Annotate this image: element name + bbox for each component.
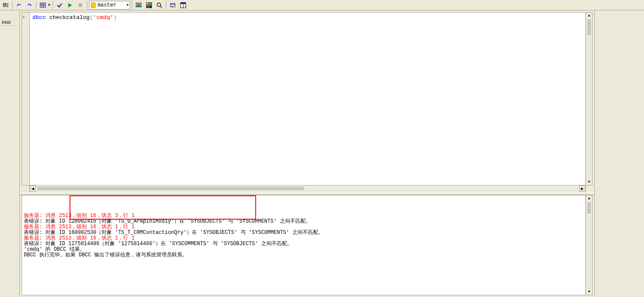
scroll-up-icon[interactable]: ▲: [586, 195, 592, 201]
paren: ): [113, 14, 117, 21]
estimated-plan-button[interactable]: [134, 1, 143, 10]
scroll-down-icon[interactable]: ▼: [586, 289, 592, 295]
svg-rect-10: [136, 6, 138, 7]
svg-line-18: [160, 6, 162, 8]
svg-rect-19: [171, 3, 175, 7]
dropdown-arrow-icon: ▼: [127, 3, 129, 7]
toolbar-separator: [53, 1, 53, 10]
svg-rect-7: [79, 3, 82, 7]
svg-rect-13: [146, 3, 149, 5]
editor-gutter: ▸: [22, 12, 29, 185]
stop-button[interactable]: [76, 1, 85, 10]
scroll-left-icon[interactable]: ◀: [30, 185, 36, 192]
dropdown-arrow-icon[interactable]: ▼: [48, 3, 51, 7]
options-button[interactable]: [168, 1, 178, 10]
window-button[interactable]: [178, 1, 188, 10]
svg-rect-22: [181, 3, 186, 4]
svg-rect-15: [146, 6, 149, 8]
toolbar-separator: [132, 1, 132, 10]
item-label: inist:: [2, 19, 12, 25]
main-toolbar: ▼ master ▼: [0, 0, 644, 10]
toolbar-separator: [166, 1, 166, 10]
toolbar-separator: [87, 1, 87, 10]
scroll-up-icon[interactable]: ▲: [586, 13, 592, 19]
database-icon: [90, 2, 96, 8]
find-button[interactable]: [1, 1, 10, 10]
string-literal: 'cmdq': [93, 14, 113, 21]
editor-horizontal-scrollbar[interactable]: ◀ ▶: [29, 185, 586, 192]
sql-editor[interactable]: dbcc checkcatalog('cmdq'): [29, 12, 586, 185]
database-name: master: [98, 2, 116, 8]
svg-rect-11: [139, 6, 141, 7]
execute-button[interactable]: [65, 1, 75, 10]
svg-marker-6: [68, 3, 72, 7]
scroll-down-icon[interactable]: ▼: [586, 179, 592, 185]
toolbar-separator: [36, 1, 36, 10]
identifier: checkcatalog: [46, 14, 89, 21]
scroll-thumb[interactable]: [37, 186, 305, 191]
redo-button[interactable]: [25, 1, 34, 10]
result-line: DBCC 执行完毕。如果 DBCC 输出了错误信息，请与系统管理员联系。: [24, 252, 584, 258]
svg-rect-9: [136, 3, 141, 4]
svg-rect-14: [149, 3, 152, 5]
line-pointer-icon: ▸: [23, 14, 25, 19]
toolbar-separator: [12, 1, 13, 10]
scroll-thumb[interactable]: [587, 201, 592, 214]
object-search-button[interactable]: [155, 1, 164, 10]
scroll-right-icon[interactable]: ▶: [579, 185, 585, 192]
svg-rect-1: [40, 3, 45, 7]
object-browser-button[interactable]: [144, 1, 154, 10]
object-browser-panel: inist:: [0, 10, 20, 297]
undo-button[interactable]: [14, 1, 24, 10]
results-vertical-scrollbar[interactable]: ▲ ▼: [586, 195, 593, 295]
results-mode-button[interactable]: [38, 1, 48, 10]
keyword: dbcc: [32, 14, 46, 21]
results-pane[interactable]: 服务器: 消息 2513，级别 16，状态 3，行 1表错误: 对象 ID 12…: [22, 195, 586, 295]
scroll-thumb[interactable]: [587, 19, 592, 36]
svg-rect-16: [149, 6, 152, 8]
editor-vertical-scrollbar[interactable]: ▲ ▼: [586, 12, 593, 185]
right-empty-panel: [594, 10, 644, 297]
svg-point-17: [157, 3, 161, 6]
object-browser-item[interactable]: inist:: [0, 10, 19, 26]
parse-button[interactable]: [55, 1, 64, 10]
database-selector[interactable]: master ▼: [89, 1, 130, 10]
result-line: 表错误: 对象 ID 1275814486（对象 '1275814486'）在 …: [24, 241, 584, 247]
